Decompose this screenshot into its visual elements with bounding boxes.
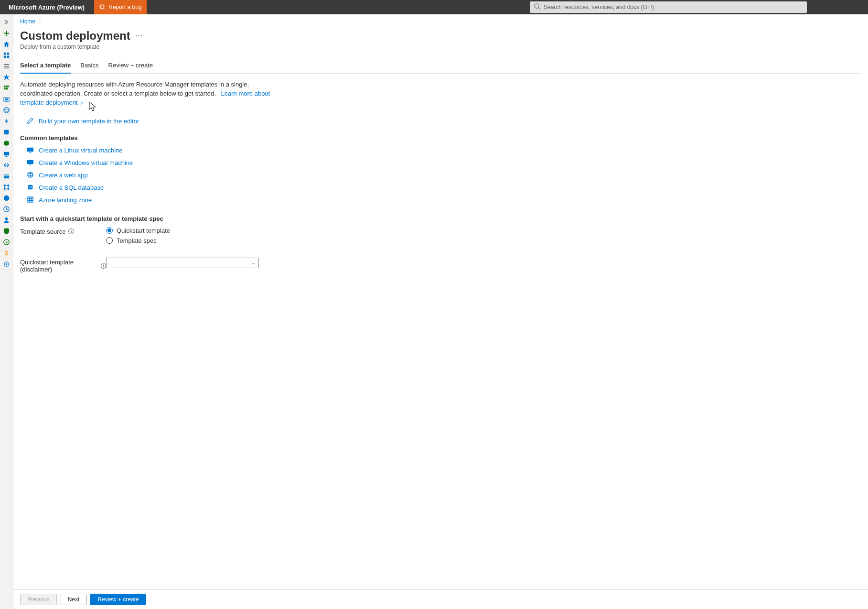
quickstart-heading: Start with a quickstart template or temp… <box>20 215 861 222</box>
template-linux-vm-link[interactable]: Create a Linux virtual machine <box>39 147 123 154</box>
chevron-down-icon: ⌄ <box>251 260 256 266</box>
tab-review-create[interactable]: Review + create <box>108 59 153 73</box>
monitor-icon[interactable] <box>0 204 13 215</box>
page-title: Custom deployment <box>20 29 130 43</box>
template-source-radio-group: Quickstart template Template spec <box>106 227 170 244</box>
tab-select-template[interactable]: Select a template <box>20 59 71 74</box>
svg-point-21 <box>8 185 9 186</box>
svg-rect-8 <box>8 86 9 87</box>
external-link-icon: ↗ <box>79 100 83 106</box>
intro-text: Automate deploying resources with Azure … <box>20 81 249 97</box>
template-source-label-text: Template source <box>20 228 65 235</box>
svg-rect-18 <box>4 174 9 176</box>
load-balancers-icon[interactable] <box>0 160 13 171</box>
svg-rect-33 <box>30 164 32 165</box>
svg-point-13 <box>4 108 9 113</box>
common-templates-list: Create a Linux virtual machine Create a … <box>27 146 861 205</box>
intro-text-block: Automate deploying resources with Azure … <box>20 80 278 108</box>
template-landing-zone-link[interactable]: Azure landing zone <box>39 196 92 204</box>
svg-rect-3 <box>7 53 9 55</box>
radio-template-spec[interactable]: Template spec <box>106 237 170 244</box>
azure-ad-icon[interactable] <box>0 193 13 204</box>
svg-rect-5 <box>7 55 9 58</box>
svg-point-14 <box>4 109 9 111</box>
svg-rect-6 <box>4 86 6 87</box>
svg-rect-9 <box>4 88 6 90</box>
misc-icon[interactable] <box>0 259 13 270</box>
template-web-app: Create a web app <box>27 171 861 180</box>
breadcrumb-home[interactable]: Home <box>20 18 35 25</box>
security-center-icon[interactable] <box>0 226 13 237</box>
all-resources-icon[interactable] <box>0 83 13 94</box>
more-actions-button[interactable]: ⋯ <box>135 31 144 40</box>
brand-label: Microsoft Azure (Preview) <box>4 4 89 11</box>
dashboard-icon[interactable] <box>0 50 13 61</box>
function-app-icon[interactable] <box>0 116 13 127</box>
main-pane: Home 〉 Custom deployment ⋯ Deploy from a… <box>13 14 868 609</box>
radio-quickstart-template[interactable]: Quickstart template <box>106 227 170 234</box>
template-windows-vm-link[interactable]: Create a Windows virtual machine <box>39 159 133 166</box>
help-support-icon[interactable] <box>0 248 13 259</box>
web-app-icon <box>27 171 34 180</box>
svg-rect-17 <box>6 156 8 157</box>
svg-rect-7 <box>6 86 8 87</box>
radio-spec-label: Template spec <box>117 237 157 244</box>
svg-point-23 <box>8 188 9 190</box>
info-icon[interactable]: i <box>68 228 74 234</box>
global-search[interactable] <box>530 1 807 13</box>
svg-rect-31 <box>30 152 32 152</box>
info-icon[interactable]: i <box>101 263 106 269</box>
left-nav: $ <box>0 14 13 609</box>
next-button[interactable]: Next <box>61 594 87 605</box>
chevron-right-icon: 〉 <box>39 19 43 24</box>
svg-rect-30 <box>27 147 33 151</box>
quickstart-template-dropdown[interactable]: ⌄ <box>106 258 259 268</box>
previous-button: Previous <box>20 594 57 605</box>
review-create-button[interactable]: Review + create <box>90 594 146 605</box>
footer-bar: Previous Next Review + create <box>13 589 868 609</box>
tab-bar: Select a template Basics Review + create <box>20 59 861 74</box>
svg-point-20 <box>4 185 5 186</box>
storage-accounts-icon[interactable] <box>0 171 13 182</box>
top-header: Microsoft Azure (Preview) Report a bug <box>0 0 868 14</box>
svg-point-1 <box>535 4 539 8</box>
sql-db-icon: DB <box>27 184 34 192</box>
svg-rect-12 <box>5 99 8 100</box>
virtual-machines-icon[interactable] <box>0 149 13 160</box>
template-source-row: Template source i Quickstart template Te… <box>20 227 861 244</box>
nav-expand-button[interactable] <box>0 16 13 28</box>
all-services-icon[interactable] <box>0 61 13 72</box>
svg-rect-2 <box>4 53 6 55</box>
quickstart-disclaimer-label-text: Quickstart template (disclaimer) <box>20 259 98 273</box>
svg-rect-15 <box>4 130 9 134</box>
template-source-label: Template source i <box>20 227 106 235</box>
advisor-icon[interactable] <box>0 215 13 226</box>
report-bug-button[interactable]: Report a bug <box>94 0 146 14</box>
svg-point-0 <box>101 5 104 8</box>
bug-icon <box>99 3 106 11</box>
svg-point-29 <box>6 263 8 265</box>
resource-groups-icon[interactable] <box>0 94 13 105</box>
virtual-networks-icon[interactable] <box>0 182 13 193</box>
quickstart-disclaimer-label: Quickstart template (disclaimer) i <box>20 258 106 273</box>
svg-rect-19 <box>4 176 9 179</box>
svg-text:$: $ <box>5 240 8 244</box>
template-web-app-link[interactable]: Create a web app <box>39 172 88 179</box>
build-template-editor-link[interactable]: Build your own template in the editor <box>39 118 139 125</box>
search-input[interactable] <box>544 4 803 11</box>
sql-databases-icon[interactable] <box>0 127 13 138</box>
template-sql-db-link[interactable]: Create a SQL database <box>39 184 104 191</box>
create-resource-icon[interactable] <box>0 28 13 39</box>
home-icon[interactable] <box>0 39 13 50</box>
svg-point-22 <box>4 188 5 190</box>
tab-basics[interactable]: Basics <box>80 59 98 73</box>
build-template-editor-row: Build your own template in the editor <box>27 117 861 126</box>
svg-rect-10 <box>6 88 8 90</box>
page-subtitle: Deploy from a custom template <box>20 44 861 50</box>
cosmos-db-icon[interactable] <box>0 138 13 149</box>
quickstart-disclaimer-row: Quickstart template (disclaimer) i ⌄ <box>20 258 861 273</box>
cost-management-icon[interactable]: $ <box>0 237 13 248</box>
svg-rect-32 <box>27 160 33 163</box>
app-services-icon[interactable] <box>0 105 13 116</box>
favorites-icon[interactable] <box>0 72 13 83</box>
